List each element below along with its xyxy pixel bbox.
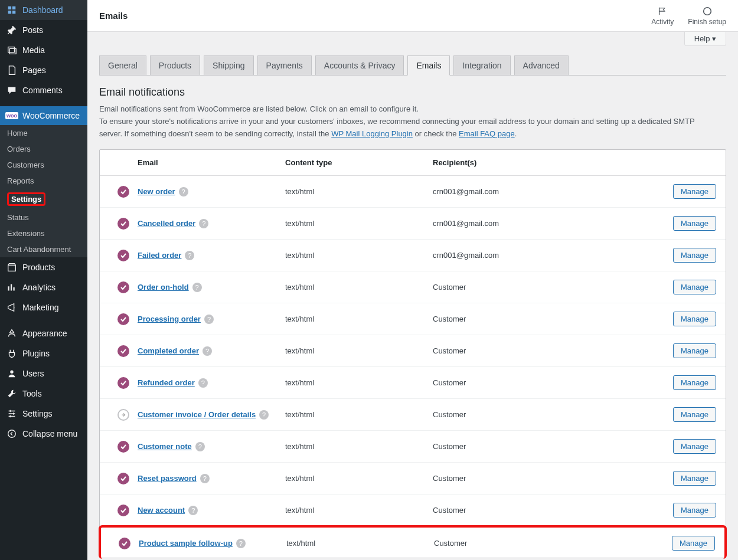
- sidebar-sub-status[interactable]: Status: [0, 209, 87, 225]
- email-name-link[interactable]: Customer note: [138, 442, 192, 451]
- sidebar-item-analytics[interactable]: Analytics: [0, 277, 87, 297]
- manage-button[interactable]: Manage: [673, 343, 716, 358]
- sidebar-sub-settings[interactable]: Settings: [0, 189, 87, 209]
- sidebar-item-label: Posts: [22, 25, 43, 35]
- tab-integration[interactable]: Integration: [453, 55, 510, 75]
- help-icon[interactable]: ?: [204, 315, 214, 324]
- appearance-icon: [6, 328, 18, 339]
- sidebar-sub-customers[interactable]: Customers: [0, 157, 87, 173]
- email-name-link[interactable]: Customer invoice / Order details: [138, 410, 256, 419]
- email-name-link[interactable]: Completed order: [138, 346, 199, 355]
- sidebar-item-appearance[interactable]: Appearance: [0, 323, 87, 343]
- check-icon: [117, 473, 129, 484]
- help-icon[interactable]: ?: [198, 378, 208, 388]
- help-icon[interactable]: ?: [195, 442, 205, 451]
- content-type: text/html: [285, 346, 433, 355]
- sidebar-sub-orders[interactable]: Orders: [0, 141, 87, 157]
- finish-setup-button[interactable]: Finish setup: [688, 6, 726, 26]
- wp-mail-logging-link[interactable]: WP Mail Logging Plugin: [331, 129, 413, 138]
- manage-button[interactable]: Manage: [673, 375, 716, 390]
- manage-button[interactable]: Manage: [673, 216, 716, 231]
- marketing-icon: [6, 302, 18, 313]
- sidebar-item-tools[interactable]: Tools: [0, 384, 87, 404]
- sidebar-item-woocommerce[interactable]: wooWooCommerce: [0, 106, 87, 125]
- sidebar-sub-reports[interactable]: Reports: [0, 173, 87, 189]
- manage-button[interactable]: Manage: [673, 407, 716, 422]
- email-row: New account?text/htmlCustomerManage: [100, 494, 726, 526]
- content-type: text/html: [285, 378, 433, 387]
- sidebar-item-pages[interactable]: Pages: [0, 60, 87, 80]
- sidebar-item-dashboard[interactable]: Dashboard: [0, 0, 87, 20]
- content-type: text/html: [285, 219, 433, 228]
- email-name-link[interactable]: Cancelled order: [138, 219, 195, 228]
- tab-general[interactable]: General: [99, 55, 146, 75]
- sidebar-item-plugins[interactable]: Plugins: [0, 343, 87, 363]
- manage-button[interactable]: Manage: [673, 503, 716, 518]
- email-name-link[interactable]: Order on-hold: [138, 283, 189, 292]
- sidebar-item-label: Pages: [22, 66, 46, 75]
- help-icon[interactable]: ?: [192, 283, 202, 292]
- plugins-icon: [6, 348, 18, 359]
- manage-button[interactable]: Manage: [672, 536, 715, 551]
- help-icon[interactable]: ?: [200, 474, 210, 483]
- sidebar-item-posts[interactable]: Posts: [0, 20, 87, 40]
- recipients: Customer: [433, 346, 663, 355]
- check-icon: [117, 505, 129, 516]
- check-icon: [117, 313, 129, 325]
- email-name-link[interactable]: New account: [138, 506, 185, 515]
- manage-button[interactable]: Manage: [673, 471, 716, 486]
- help-icon[interactable]: ?: [199, 219, 208, 228]
- manage-button[interactable]: Manage: [673, 184, 716, 199]
- manage-button[interactable]: Manage: [673, 439, 716, 454]
- recipients: Customer: [433, 474, 663, 483]
- sidebar-item-users[interactable]: Users: [0, 363, 87, 384]
- manage-button[interactable]: Manage: [673, 248, 716, 263]
- tab-emails[interactable]: Emails: [407, 55, 450, 76]
- help-icon[interactable]: ?: [185, 251, 194, 260]
- sidebar-item-label: Products: [22, 263, 55, 272]
- sidebar-item-media[interactable]: Media: [0, 40, 87, 60]
- help-icon[interactable]: ?: [203, 346, 212, 356]
- sidebar-item-products[interactable]: Products: [0, 257, 87, 277]
- recipients: Customer: [433, 506, 663, 515]
- admin-sidebar: DashboardPostsMediaPagesCommentswooWooCo…: [0, 0, 87, 560]
- sidebar-item-settings[interactable]: Settings: [0, 404, 87, 424]
- section-title: Email notifications: [99, 86, 726, 99]
- email-name-link[interactable]: Refunded order: [138, 378, 195, 387]
- tab-products[interactable]: Products: [150, 55, 200, 75]
- tab-accounts-privacy[interactable]: Accounts & Privacy: [315, 55, 404, 75]
- email-row: Processing order?text/htmlCustomerManage: [100, 303, 726, 335]
- tab-payments[interactable]: Payments: [257, 55, 312, 75]
- recipients: Customer: [433, 410, 663, 419]
- chevron-down-icon: ▾: [712, 34, 716, 43]
- email-name-link[interactable]: Processing order: [138, 315, 201, 323]
- sidebar-item-marketing[interactable]: Marketing: [0, 297, 87, 317]
- help-icon[interactable]: ?: [236, 539, 246, 548]
- recipients: Customer: [433, 283, 663, 292]
- email-name-link[interactable]: New order: [138, 187, 175, 196]
- tab-shipping[interactable]: Shipping: [204, 55, 254, 75]
- help-tab[interactable]: Help ▾: [684, 32, 726, 46]
- email-name-link[interactable]: Reset password: [138, 474, 197, 483]
- sidebar-sub-extensions[interactable]: Extensions: [0, 225, 87, 241]
- sidebar-item-label: Marketing: [22, 303, 58, 312]
- tab-advanced[interactable]: Advanced: [514, 55, 569, 75]
- help-icon[interactable]: ?: [259, 410, 269, 420]
- email-row: Customer invoice / Order details?text/ht…: [100, 399, 726, 431]
- help-icon[interactable]: ?: [179, 187, 188, 197]
- email-name-link[interactable]: Product sample follow-up: [139, 539, 233, 548]
- manage-button[interactable]: Manage: [673, 312, 716, 326]
- users-icon: [6, 368, 18, 379]
- email-faq-link[interactable]: Email FAQ page: [459, 129, 515, 138]
- email-name-link[interactable]: Failed order: [138, 251, 181, 260]
- manage-button[interactable]: Manage: [673, 280, 716, 294]
- sidebar-sub-cart-abandonment[interactable]: Cart Abandonment: [0, 241, 87, 257]
- activity-button[interactable]: Activity: [651, 6, 674, 26]
- email-row: Product sample follow-up?text/htmlCustom…: [99, 525, 727, 559]
- recipients: Customer: [434, 539, 662, 548]
- help-icon[interactable]: ?: [188, 506, 198, 515]
- sidebar-item-collapse-menu[interactable]: Collapse menu: [0, 424, 87, 444]
- sidebar-item-comments[interactable]: Comments: [0, 80, 87, 100]
- sidebar-item-label: Settings: [22, 409, 53, 418]
- sidebar-sub-home[interactable]: Home: [0, 125, 87, 141]
